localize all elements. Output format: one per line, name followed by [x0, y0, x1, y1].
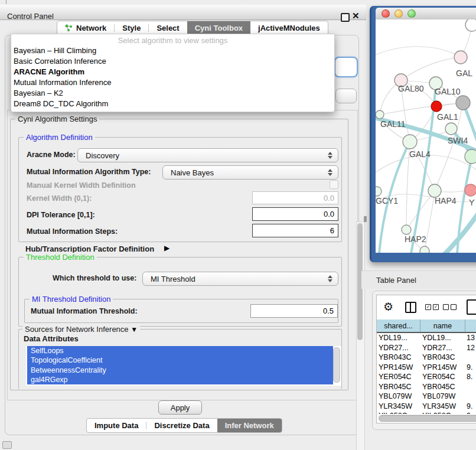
cyni-settings-title: Cyni Algorithm Settings — [15, 115, 99, 123]
network-node[interactable] — [465, 149, 476, 164]
network-select-fragment[interactable] — [335, 89, 357, 103]
tab-style-label: Style — [122, 24, 141, 32]
network-node[interactable] — [445, 123, 457, 135]
list-item-betweennesscentrality[interactable]: BetweennessCentrality — [27, 366, 333, 375]
table-row[interactable]: YER054CYER054C8. — [377, 372, 476, 382]
cell: YPR145W — [377, 363, 420, 371]
table-row[interactable]: YPR145WYPR145W9. — [377, 363, 476, 373]
split-columns-icon[interactable] — [405, 302, 416, 313]
control-panel-title: Control Panel — [7, 12, 54, 21]
mi-type-select[interactable]: Naive Bayes — [162, 165, 338, 180]
close-traffic-light-icon[interactable] — [382, 9, 390, 18]
tab-select[interactable]: Select — [149, 21, 187, 35]
network-node[interactable] — [428, 184, 441, 197]
menu-item-mutual-information[interactable]: Mutual Information Inference — [14, 78, 111, 87]
close-icon[interactable]: ✕ — [352, 11, 360, 21]
sources-title[interactable]: Sources for Network Inference ▼ — [22, 325, 140, 334]
table-panel-title: Table Panel — [376, 276, 416, 285]
tab-impute-data[interactable]: Impute Data — [87, 419, 146, 432]
network-node-salmon[interactable] — [465, 184, 476, 196]
node-label: GAL10 — [435, 87, 461, 96]
settings-vertical-scrollbar[interactable] — [356, 221, 365, 450]
table-row[interactable]: YDR27...YDR27...12 — [377, 343, 476, 353]
kernel-width-input[interactable]: 0.0 — [252, 191, 338, 204]
tab-cyni-toolbox[interactable]: Cyni Toolbox — [187, 21, 250, 35]
column-header-name[interactable]: name — [420, 319, 465, 332]
menu-item-dream8[interactable]: Dream8 DC_TDC Algorithm — [14, 99, 108, 108]
list-item-topologicalcoefficient[interactable]: TopologicalCoefficient — [27, 356, 333, 365]
network-window-titlebar[interactable] — [376, 8, 476, 20]
minimized-panel-icon[interactable] — [2, 441, 12, 449]
network-node[interactable] — [402, 225, 411, 234]
network-node[interactable] — [376, 187, 382, 196]
aracne-mode-label: Aracne Mode: — [27, 151, 76, 159]
cell: YBL079W — [420, 392, 465, 400]
which-threshold-select[interactable]: MI Threshold — [142, 272, 338, 286]
tab-discretize-data[interactable]: Discretize Data — [146, 419, 217, 432]
scrollbar-thumb[interactable] — [379, 415, 476, 422]
split-pane-handle[interactable] — [364, 216, 367, 222]
list-item-gal4rgexp[interactable]: gal4RGexp — [27, 375, 333, 384]
network-canvas[interactable]: GAL GAL80 GAL10 GAL1 GAL11 SWI4 GAL4 GCY… — [376, 19, 476, 253]
manual-kernel-checkbox[interactable] — [330, 180, 338, 189]
select-all-icon[interactable]: ✓✓ — [425, 304, 439, 310]
app-background: { "colors": { "app_background": "#ededed… — [0, 0, 476, 450]
network-node-red[interactable] — [431, 101, 442, 112]
menu-item-aracne[interactable]: ARACNE Algorithm — [14, 67, 84, 76]
network-node[interactable] — [465, 19, 476, 31]
data-attributes-list: SelfLoops TopologicalCoefficient Between… — [26, 346, 341, 386]
table-row[interactable]: YBR043CYBR043C — [377, 353, 476, 363]
network-edge — [376, 47, 461, 57]
algorithm-select-fragment[interactable] — [334, 57, 358, 77]
menu-item-bayesian-hill[interactable]: Bayesian – Hill Climbing — [14, 46, 96, 55]
table-toolbar: ⚙ ✓✓ — [377, 295, 476, 319]
network-node[interactable] — [376, 110, 384, 119]
gear-icon[interactable]: ⚙ — [383, 300, 393, 314]
node-label: GAL80 — [398, 84, 424, 93]
tab-network[interactable]: Network — [57, 21, 114, 35]
cell: 9. — [465, 402, 472, 410]
table-horizontal-scrollbar[interactable] — [378, 415, 476, 422]
column-header-extra[interactable] — [465, 319, 476, 332]
table-row[interactable]: YLR345WYLR345W9. — [377, 402, 476, 412]
tab-style[interactable]: Style — [115, 21, 148, 35]
threshold-definition-title: Threshold Definition — [24, 253, 97, 262]
network-node[interactable] — [403, 135, 417, 149]
table-row[interactable]: YDL19...YDL19...13 — [377, 333, 476, 343]
list-vertical-scrollbar[interactable] — [333, 347, 340, 383]
network-node[interactable] — [454, 51, 467, 64]
float-window-icon[interactable] — [341, 13, 350, 22]
node-label: GAL — [456, 69, 472, 78]
mi-threshold-input[interactable]: 0.5 — [250, 304, 338, 318]
table-row[interactable]: YBL079WYBL079W — [377, 392, 476, 402]
dpi-tolerance-input[interactable]: 0.0 — [252, 207, 338, 221]
minimize-traffic-light-icon[interactable] — [395, 9, 403, 18]
tab-infer-network[interactable]: Infer Network — [217, 419, 282, 432]
network-icon — [65, 24, 73, 32]
table-row[interactable]: YIL052CYIL052C9. — [377, 411, 476, 414]
network-node[interactable] — [420, 246, 429, 253]
apply-button[interactable]: Apply — [158, 400, 202, 415]
new-column-icon[interactable] — [467, 299, 476, 315]
zoom-traffic-light-icon[interactable] — [407, 9, 416, 18]
column-header-shared[interactable]: shared... — [377, 319, 420, 332]
aracne-mode-select[interactable]: Discovery — [77, 148, 338, 162]
cell: YDR27... — [377, 344, 420, 352]
table-row[interactable]: YBR045CYBR045C — [377, 382, 476, 392]
dpi-tolerance-label: DPI Tolerance [0,1]: — [27, 211, 95, 219]
deselect-all-icon[interactable] — [443, 304, 457, 310]
cell: 9. — [465, 363, 472, 371]
mi-steps-input[interactable]: 6 — [252, 224, 338, 237]
cell: 12 — [465, 344, 475, 352]
mi-type-label: Mutual Information Algorithm Type: — [27, 168, 151, 176]
menu-item-bayesian-k2[interactable]: Bayesian – K2 — [14, 89, 63, 97]
menu-item-basic-correlation[interactable]: Basic Correlation Inference — [14, 57, 106, 66]
hub-section-label[interactable]: Hub/Transcription Factor Definition — [25, 244, 154, 253]
collapse-right-icon[interactable]: ▶ — [164, 244, 169, 252]
stepper-icon — [325, 169, 335, 176]
tab-jactivemnodules[interactable]: jActiveMNodules — [250, 21, 328, 35]
list-item-selfloops[interactable]: SelfLoops — [27, 346, 333, 356]
node-label: GAL11 — [380, 119, 406, 129]
network-edge — [401, 57, 461, 80]
network-node-gray[interactable] — [456, 96, 470, 110]
